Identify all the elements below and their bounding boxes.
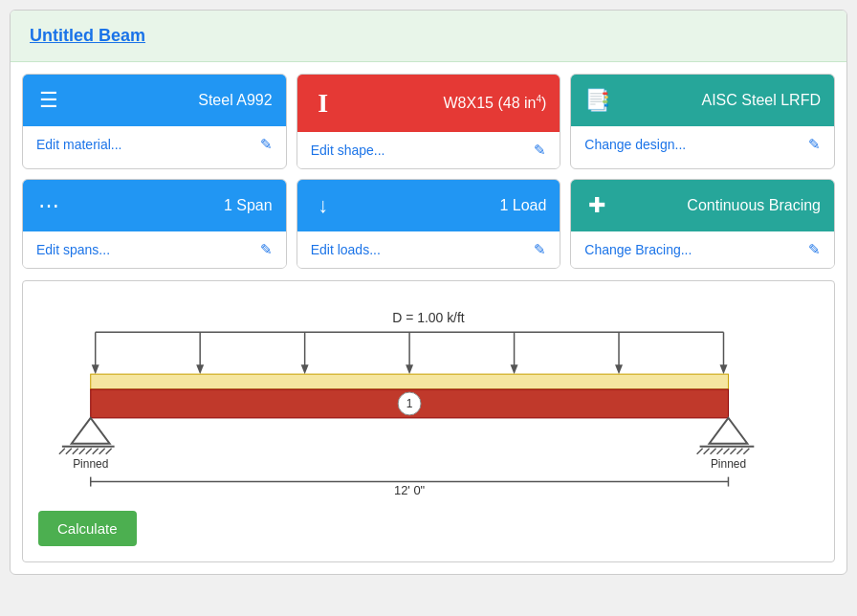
svg-marker-9 [511, 364, 518, 374]
svg-line-35 [730, 449, 736, 454]
span-label: 12' 0" [394, 483, 426, 497]
left-support-label: Pinned [73, 457, 108, 471]
svg-line-34 [723, 449, 729, 454]
svg-marker-1 [92, 364, 99, 374]
svg-line-24 [86, 449, 92, 454]
svg-line-25 [93, 449, 99, 454]
shape-value: W8X15 (48 in4) [347, 94, 547, 112]
svg-line-36 [736, 449, 742, 454]
svg-line-20 [59, 449, 65, 454]
svg-marker-11 [615, 364, 623, 374]
spans-icon: ⋯ [36, 193, 61, 218]
edit-material-icon[interactable]: ✎ [260, 136, 273, 153]
project-title[interactable]: Untitled Beam [30, 26, 145, 45]
card-shape-footer: Edit shape... ✎ [297, 132, 560, 168]
card-shape-header: I W8X15 (48 in4) [297, 75, 560, 132]
calculate-button[interactable]: Calculate [38, 511, 137, 546]
card-spans: ⋯ 1 Span Edit spans... ✎ [22, 179, 287, 269]
edit-loads-icon[interactable]: ✎ [534, 241, 546, 258]
diagram-area: D = 1.00 k/ft [38, 300, 819, 501]
card-material-header: ☰ Steel A992 [23, 75, 286, 126]
cards-grid: ☰ Steel A992 Edit material... ✎ I W8X15 … [11, 62, 846, 280]
design-icon: 📑 [584, 88, 610, 113]
spans-value: 1 Span [73, 197, 273, 214]
svg-line-32 [711, 449, 716, 454]
svg-marker-3 [196, 364, 204, 374]
beam-number: 1 [407, 397, 413, 410]
card-shape: I W8X15 (48 in4) Edit shape... ✎ [297, 74, 561, 169]
svg-marker-28 [710, 418, 748, 444]
card-bracing-footer: Change Bracing... ✎ [571, 231, 834, 268]
shape-icon: I [311, 88, 336, 119]
svg-line-37 [743, 449, 749, 454]
card-design-footer: Change design... ✎ [571, 126, 834, 163]
card-loads-footer: Edit loads... ✎ [297, 231, 560, 268]
card-material-footer: Edit material... ✎ [23, 126, 286, 163]
svg-line-23 [79, 449, 85, 454]
svg-line-31 [704, 449, 710, 454]
edit-material-link[interactable]: Edit material... [36, 137, 121, 152]
change-design-link[interactable]: Change design... [584, 137, 686, 152]
card-loads: ↓ 1 Load Edit loads... ✎ [297, 179, 561, 269]
card-material: ☰ Steel A992 Edit material... ✎ [22, 74, 287, 169]
bracing-icon: ✚ [584, 193, 609, 218]
load-label: D = 1.00 k/ft [392, 310, 465, 325]
svg-marker-5 [301, 364, 309, 374]
loads-icon: ↓ [311, 193, 336, 218]
card-design: 📑 AISC Steel LRFD Change design... ✎ [570, 74, 835, 169]
svg-marker-18 [72, 418, 110, 444]
beam-diagram: D = 1.00 k/ft [38, 300, 819, 501]
material-icon: ☰ [36, 88, 61, 113]
svg-marker-13 [720, 364, 728, 374]
header: Untitled Beam [11, 11, 846, 62]
diagram-section: D = 1.00 k/ft [22, 280, 835, 562]
card-bracing: ✚ Continuous Bracing Change Bracing... ✎ [570, 179, 835, 269]
card-spans-footer: Edit spans... ✎ [23, 231, 286, 268]
app-container: Untitled Beam ☰ Steel A992 Edit material… [10, 10, 847, 575]
design-value: AISC Steel LRFD [622, 92, 821, 109]
card-design-header: 📑 AISC Steel LRFD [571, 75, 834, 126]
svg-line-22 [73, 449, 78, 454]
edit-loads-link[interactable]: Edit loads... [311, 242, 381, 257]
svg-line-30 [697, 449, 703, 454]
material-value: Steel A992 [73, 92, 273, 109]
edit-spans-link[interactable]: Edit spans... [36, 242, 110, 257]
svg-line-26 [99, 449, 105, 454]
card-loads-header: ↓ 1 Load [297, 180, 560, 231]
right-support-label: Pinned [711, 457, 746, 471]
edit-shape-link[interactable]: Edit shape... [311, 143, 385, 158]
edit-shape-icon[interactable]: ✎ [534, 142, 546, 159]
svg-rect-15 [91, 374, 729, 389]
loads-value: 1 Load [347, 197, 547, 214]
bracing-value: Continuous Bracing [621, 197, 821, 214]
change-bracing-link[interactable]: Change Bracing... [584, 242, 692, 257]
card-spans-header: ⋯ 1 Span [23, 180, 286, 231]
svg-line-27 [106, 449, 112, 454]
edit-spans-icon[interactable]: ✎ [260, 241, 273, 258]
svg-line-21 [66, 449, 72, 454]
svg-marker-7 [406, 364, 413, 374]
edit-design-icon[interactable]: ✎ [808, 136, 821, 153]
svg-line-33 [717, 449, 723, 454]
card-bracing-header: ✚ Continuous Bracing [571, 180, 834, 231]
edit-bracing-icon[interactable]: ✎ [808, 241, 821, 258]
